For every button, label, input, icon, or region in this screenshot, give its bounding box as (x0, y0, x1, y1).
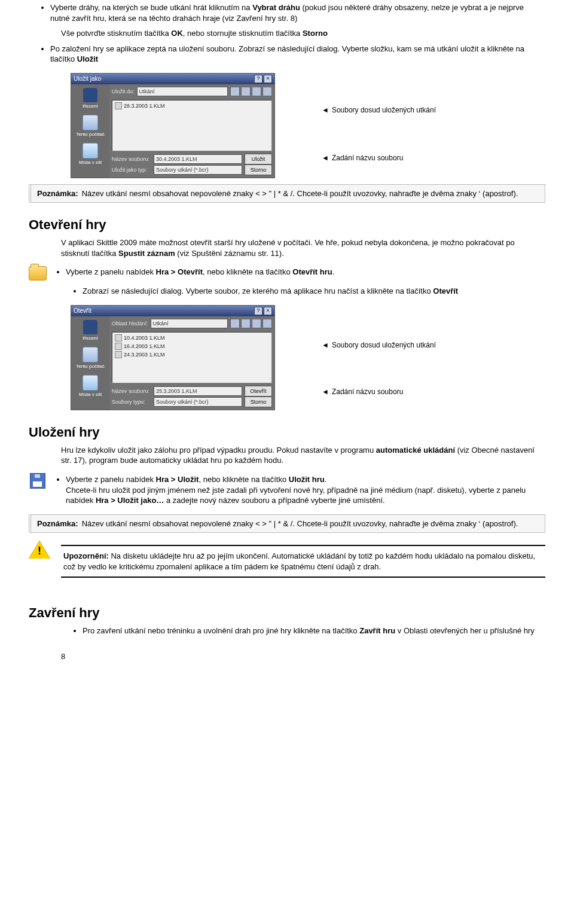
sidebar-item-recent[interactable]: Recent (83, 88, 97, 109)
file-item[interactable]: 16.4.2003 1.KLM (114, 342, 270, 350)
text: , nebo stornujte stisknutím tlačítka (183, 29, 303, 38)
dialog-body: Recent Tento počítač Místa v síti Uložit… (71, 84, 274, 178)
text: Vyberte z panelu nabídek (66, 475, 156, 484)
note-text: Název utkání nesmí obsahovat nepovolené … (82, 188, 518, 199)
lookin-combo[interactable]: Utkání (137, 87, 228, 96)
text-bold: OK (171, 29, 183, 38)
label: Místa v síti (79, 392, 102, 397)
file-item[interactable]: 24.3.2003 1.KLM (114, 350, 270, 359)
computer-icon (83, 347, 98, 362)
dialog-body: Recent Tento počítač Místa v síti Oblast… (71, 316, 274, 410)
intro-bullet-1: Vyberte dráhy, na kterých se bude utkání… (50, 2, 545, 23)
name-value: 25.3.2003 1.KLM (156, 388, 197, 394)
close-button[interactable]: × (264, 75, 272, 83)
dialog-bottom: Název souboru: 25.3.2003 1.KLM Otevřít S… (109, 385, 274, 410)
sidebar: Recent Tento počítač Místa v síti (71, 84, 109, 178)
lookin-combo[interactable]: Utkání (151, 319, 228, 328)
text-bold: Hra > Uložit jako… (96, 496, 164, 505)
annotation-files: ◄Soubory dosud uložených utkání (322, 341, 436, 350)
note-text: Název utkání nesmí obsahovat nepovolené … (82, 519, 518, 529)
save-bullets: Vyberte z panelu nabídek Hra > Uložit, n… (55, 472, 545, 508)
annotation-files: ◄Soubory dosud uložených utkání (322, 106, 436, 115)
text: v Oblasti otevřených her u příslušné hry (395, 626, 535, 635)
cancel-button[interactable]: Storno (245, 397, 272, 407)
type-value: Soubory utkání (*.bcr) (156, 167, 209, 173)
save-as-dialog: Uložit jako ? × Recent Tento počítač Mís… (71, 73, 275, 178)
label: Tento počítač (76, 132, 105, 137)
tool-up-icon[interactable] (241, 87, 251, 96)
text: a zadejte nový název souboru a případně … (164, 496, 384, 505)
dialog-main: Uložit do: Utkání 28.3.2003 1.KLM (109, 84, 274, 178)
warning-icon (29, 540, 50, 559)
recent-icon (83, 88, 97, 102)
window-buttons: ? × (254, 307, 272, 315)
btn-label: Uložit (252, 156, 265, 162)
type-combo[interactable]: Soubory utkání (*.bcr) (154, 165, 242, 175)
annot-text: Zadání názvu souboru (332, 154, 403, 162)
lookin-row: Oblast hledání: Utkání (109, 316, 274, 331)
text-bold: automatické ukládání (376, 446, 455, 455)
text-bold: Zavřít hru (359, 626, 395, 635)
intro-line: Vše potvrďte stisknutím tlačítka OK, neb… (61, 28, 545, 39)
tool-newfolder-icon[interactable] (252, 87, 261, 96)
note-label: Poznámka: (37, 188, 78, 199)
name-input[interactable]: 30.4.2003 1.KLM (154, 154, 242, 164)
annotation-name: ◄Zadání názvu souboru (322, 388, 403, 397)
primary-button[interactable]: Otevřít (245, 386, 272, 397)
sidebar-item-computer[interactable]: Tento počítač (76, 115, 105, 137)
name-row: Název souboru: 25.3.2003 1.KLM Otevřít (112, 386, 272, 397)
cancel-button[interactable]: Storno (245, 164, 272, 175)
left-triangle-icon: ◄ (322, 106, 329, 114)
sidebar-item-recent[interactable]: Recent (83, 320, 97, 341)
help-button[interactable]: ? (254, 75, 262, 83)
text: Pro zavření utkání nebo tréninku a uvoln… (83, 626, 359, 635)
toolbar (230, 87, 272, 96)
file-name: 10.4.2003 1.KLM (124, 335, 165, 341)
type-combo[interactable]: Soubory utkání (*.bcr) (154, 397, 242, 407)
file-item[interactable]: 28.3.2003 1.KLM (114, 102, 270, 110)
sidebar-item-network[interactable]: Místa v síti (79, 375, 102, 397)
name-input[interactable]: 25.3.2003 1.KLM (154, 386, 242, 396)
open-bullets: Vyberte z panelu nabídek Hra > Otevřít, … (55, 264, 545, 280)
dialog-bottom: Název souboru: 30.4.2003 1.KLM Uložit Ul… (109, 153, 274, 178)
warn-text: Na disketu ukládejte hru až po jejím uko… (63, 551, 535, 571)
tool-newfolder-icon[interactable] (252, 319, 261, 328)
tool-views-icon[interactable] (262, 87, 272, 96)
text-bold: Vybrat dráhu (252, 3, 300, 12)
annotation-name: ◄Zadání názvu souboru (322, 154, 403, 163)
tool-back-icon[interactable] (230, 87, 240, 96)
type-value: Soubory utkání (*.bcr) (156, 399, 209, 405)
name-label: Název souboru: (112, 388, 151, 394)
btn-label: Otevřít (250, 388, 266, 394)
warn-label: Upozornění: (63, 551, 109, 560)
sidebar-item-network[interactable]: Místa v síti (79, 143, 102, 165)
file-item[interactable]: 10.4.2003 1.KLM (114, 334, 270, 342)
file-list[interactable]: 28.3.2003 1.KLM (112, 100, 272, 151)
page-number: 8 (61, 652, 545, 661)
text: Vyberte z panelu nabídek (66, 267, 156, 276)
dialog-titlebar: Uložit jako ? × (71, 74, 274, 84)
intro-list-2: Po založení hry se aplikace zeptá na ulo… (29, 44, 545, 65)
save-bullet-1: Vyberte z panelu nabídek Hra > Uložit, n… (66, 474, 545, 506)
left-triangle-icon: ◄ (322, 388, 329, 396)
sidebar: Recent Tento počítač Místa v síti (71, 316, 109, 410)
text: Vyberte dráhy, na kterých se bude utkání… (50, 3, 252, 12)
label: Místa v síti (79, 160, 102, 165)
folder-open-icon (29, 264, 47, 282)
tool-up-icon[interactable] (241, 319, 251, 328)
text-bold: Hra > Otevřít (156, 267, 203, 276)
tool-back-icon[interactable] (230, 319, 240, 328)
text: , nebo klikněte na tlačítko (203, 267, 292, 276)
tool-views-icon[interactable] (262, 319, 272, 328)
file-list[interactable]: 10.4.2003 1.KLM 16.4.2003 1.KLM 24.3.200… (112, 332, 272, 383)
heading-save: Uložení hry (29, 425, 545, 440)
help-button[interactable]: ? (254, 307, 262, 315)
text: , nebo klikněte na tlačítko (199, 475, 288, 484)
close-button[interactable]: × (264, 307, 272, 315)
primary-button[interactable]: Uložit (245, 154, 272, 164)
open-action-row: Vyberte z panelu nabídek Hra > Otevřít, … (29, 264, 545, 282)
text: Hru lze kdykoliv uložit jako zálohu pro … (61, 446, 376, 455)
btn-label: Storno (251, 167, 267, 173)
sidebar-item-computer[interactable]: Tento počítač (76, 347, 105, 369)
name-label: Název souboru: (112, 156, 151, 162)
